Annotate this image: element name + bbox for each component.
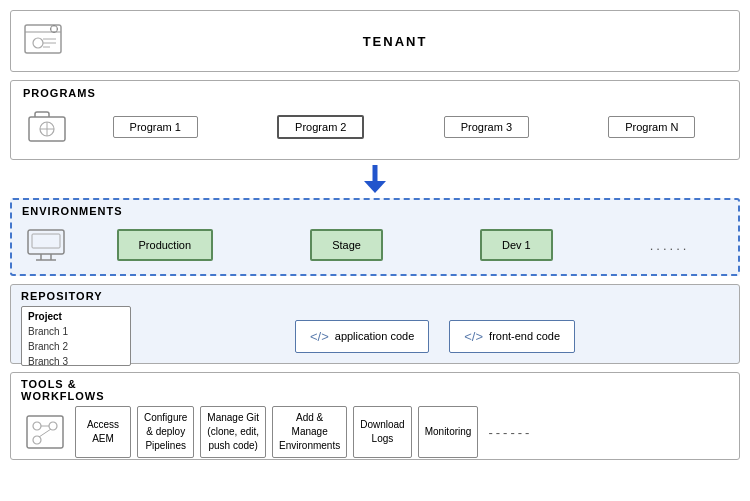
programs-items: Program 1 Program 2 Program 3 Program N [81,115,727,139]
svg-point-6 [51,26,58,33]
programs-row: Program 1 Program 2 Program 3 Program N [23,103,727,151]
program-n-label: Program N [625,121,678,133]
tool-manage-git[interactable]: Manage Git (clone, edit, push code) [200,406,266,458]
code-brackets-icon-2: </> [464,329,483,344]
programs-icon [23,103,71,151]
svg-line-28 [39,429,51,437]
program-1-label: Program 1 [130,121,181,133]
svg-point-26 [33,436,41,444]
env-ellipsis: ...... [650,238,690,253]
program-3-box[interactable]: Program 3 [444,116,529,138]
tool-access-aem[interactable]: Access AEM [75,406,131,458]
tool-add-manage-env[interactable]: Add & Manage Environments [272,406,347,458]
branch-2: Branch 2 [28,339,124,354]
program-3-label: Program 3 [461,121,512,133]
repository-section: REPOSITORY Project Branch 1 Branch 2 Bra… [10,284,740,364]
tool-configure-deploy[interactable]: Configure & deploy Pipelines [137,406,194,458]
program-2-box[interactable]: Program 2 [277,115,364,139]
main-container: TENANT PROGRAMS Program 1 Program 2 [0,0,750,501]
repo-project-box: Project Branch 1 Branch 2 Branch 3 -----… [21,306,131,366]
env-row: Production Stage Dev 1 ...... [22,221,728,269]
svg-point-25 [49,422,57,430]
repo-code-items: </> application code </> front-end code [141,320,729,353]
env-production-label: Production [139,239,192,251]
env-stage-label: Stage [332,239,361,251]
app-code-label: application code [335,330,415,342]
tool-download-logs[interactable]: Download Logs [353,406,411,458]
repo-row: Project Branch 1 Branch 2 Branch 3 -----… [21,306,729,366]
branch-1: Branch 1 [28,324,124,339]
programs-label: PROGRAMS [23,87,727,99]
env-dev1-label: Dev 1 [502,239,531,251]
env-dev1-box[interactable]: Dev 1 [480,229,553,261]
tenant-icon [23,21,63,61]
programs-section: PROGRAMS Program 1 Program 2 [10,80,740,160]
tools-label: TOOLS & WORKFLOWS [21,378,729,402]
env-stage-box[interactable]: Stage [310,229,383,261]
tool-monitoring[interactable]: Monitoring [418,406,479,458]
svg-point-2 [33,38,43,48]
repo-project-title: Project [28,311,124,322]
app-code-box[interactable]: </> application code [295,320,429,353]
program-2-label: Program 2 [295,121,346,133]
program-1-box[interactable]: Program 1 [113,116,198,138]
frontend-code-label: front-end code [489,330,560,342]
env-production-box[interactable]: Production [117,229,214,261]
environments-icon [22,221,70,269]
environments-section: ENVIRONMENTS Production Stage [10,198,740,276]
down-arrow-icon [360,165,390,193]
tools-ellipsis: ------ [484,425,536,440]
svg-marker-17 [364,181,386,193]
tools-row: Access AEM Configure & deploy Pipelines … [21,406,729,458]
tools-icon [21,408,69,456]
tenant-title: TENANT [63,34,727,49]
environments-label: ENVIRONMENTS [22,205,728,217]
arrow-row [10,168,740,190]
env-items: Production Stage Dev 1 ...... [78,229,728,261]
svg-point-24 [33,422,41,430]
svg-rect-23 [27,416,63,448]
svg-rect-19 [32,234,60,248]
tools-items: Access AEM Configure & deploy Pipelines … [75,406,729,458]
branch-3: Branch 3 [28,354,124,369]
frontend-code-box[interactable]: </> front-end code [449,320,575,353]
repository-label: REPOSITORY [21,290,729,302]
program-n-box[interactable]: Program N [608,116,695,138]
tenant-section: TENANT [10,10,740,72]
tools-section: TOOLS & WORKFLOWS Access AEM Configure &… [10,372,740,460]
code-brackets-icon-1: </> [310,329,329,344]
